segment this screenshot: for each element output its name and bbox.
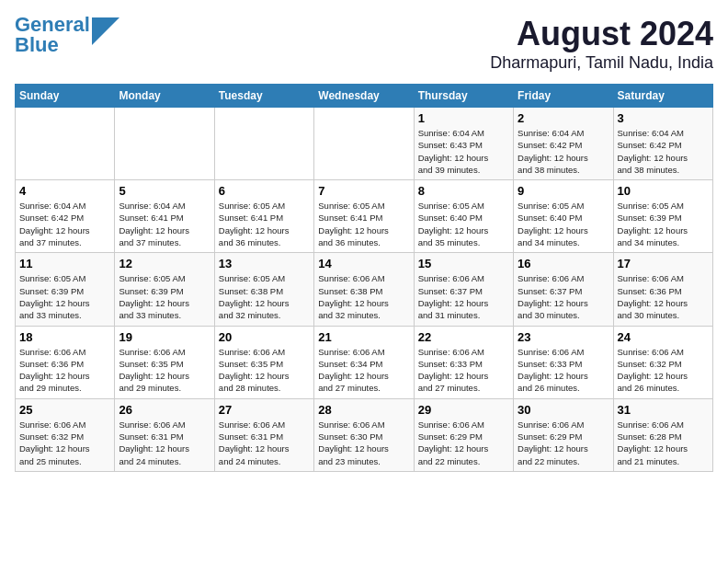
day-number: 28	[318, 403, 409, 417]
calendar-cell: 8Sunrise: 6:05 AM Sunset: 6:40 PM Daylig…	[414, 180, 513, 253]
day-number: 27	[219, 403, 310, 417]
calendar-cell: 3Sunrise: 6:04 AM Sunset: 6:42 PM Daylig…	[613, 108, 712, 180]
day-header-friday: Friday	[514, 85, 613, 108]
logo-text: GeneralBlue	[15, 15, 90, 55]
day-number: 12	[119, 257, 210, 270]
day-info: Sunrise: 6:06 AM Sunset: 6:34 PM Dayligh…	[318, 346, 409, 395]
day-info: Sunrise: 6:06 AM Sunset: 6:28 PM Dayligh…	[618, 419, 709, 467]
day-number: 23	[518, 330, 609, 344]
day-number: 10	[618, 184, 709, 198]
day-number: 22	[418, 330, 509, 344]
day-header-tuesday: Tuesday	[214, 85, 313, 108]
calendar-header-row: SundayMondayTuesdayWednesdayThursdayFrid…	[16, 85, 713, 108]
calendar-cell	[314, 108, 414, 180]
day-info: Sunrise: 6:04 AM Sunset: 6:42 PM Dayligh…	[618, 127, 709, 176]
logo-icon	[92, 17, 119, 45]
day-number: 31	[618, 403, 709, 417]
day-info: Sunrise: 6:06 AM Sunset: 6:38 PM Dayligh…	[318, 272, 409, 321]
calendar-cell: 6Sunrise: 6:05 AM Sunset: 6:41 PM Daylig…	[214, 180, 313, 253]
calendar-cell: 5Sunrise: 6:04 AM Sunset: 6:41 PM Daylig…	[115, 180, 214, 253]
day-number: 11	[19, 257, 110, 270]
day-info: Sunrise: 6:06 AM Sunset: 6:32 PM Dayligh…	[618, 346, 709, 395]
day-info: Sunrise: 6:06 AM Sunset: 6:36 PM Dayligh…	[19, 346, 110, 395]
day-info: Sunrise: 6:06 AM Sunset: 6:29 PM Dayligh…	[418, 419, 509, 467]
day-info: Sunrise: 6:05 AM Sunset: 6:38 PM Dayligh…	[219, 272, 310, 321]
calendar-cell: 22Sunrise: 6:06 AM Sunset: 6:33 PM Dayli…	[414, 326, 513, 398]
day-header-sunday: Sunday	[16, 85, 115, 108]
calendar-cell: 16Sunrise: 6:06 AM Sunset: 6:37 PM Dayli…	[514, 253, 613, 326]
day-info: Sunrise: 6:04 AM Sunset: 6:43 PM Dayligh…	[418, 127, 509, 176]
week-row-5: 25Sunrise: 6:06 AM Sunset: 6:32 PM Dayli…	[16, 398, 713, 471]
day-info: Sunrise: 6:05 AM Sunset: 6:40 PM Dayligh…	[518, 200, 609, 248]
day-info: Sunrise: 6:06 AM Sunset: 6:35 PM Dayligh…	[219, 346, 310, 395]
logo: GeneralBlue	[15, 15, 119, 55]
day-number: 15	[418, 257, 509, 270]
day-info: Sunrise: 6:05 AM Sunset: 6:39 PM Dayligh…	[119, 272, 210, 321]
day-number: 24	[618, 330, 709, 344]
day-info: Sunrise: 6:04 AM Sunset: 6:42 PM Dayligh…	[518, 127, 609, 176]
title-block: August 2024 Dharmapuri, Tamil Nadu, Indi…	[490, 15, 713, 73]
calendar-cell: 18Sunrise: 6:06 AM Sunset: 6:36 PM Dayli…	[16, 326, 115, 398]
calendar-cell: 21Sunrise: 6:06 AM Sunset: 6:34 PM Dayli…	[314, 326, 414, 398]
day-info: Sunrise: 6:05 AM Sunset: 6:41 PM Dayligh…	[318, 200, 409, 248]
calendar-cell: 13Sunrise: 6:05 AM Sunset: 6:38 PM Dayli…	[214, 253, 313, 326]
day-number: 25	[19, 403, 110, 417]
page-header: GeneralBlue August 2024 Dharmapuri, Tami…	[15, 15, 713, 73]
page-title: August 2024	[490, 15, 713, 53]
day-info: Sunrise: 6:05 AM Sunset: 6:40 PM Dayligh…	[418, 200, 509, 248]
day-info: Sunrise: 6:06 AM Sunset: 6:37 PM Dayligh…	[418, 272, 509, 321]
calendar-cell: 25Sunrise: 6:06 AM Sunset: 6:32 PM Dayli…	[16, 398, 115, 471]
day-info: Sunrise: 6:06 AM Sunset: 6:31 PM Dayligh…	[219, 419, 310, 467]
calendar-cell: 7Sunrise: 6:05 AM Sunset: 6:41 PM Daylig…	[314, 180, 414, 253]
week-row-4: 18Sunrise: 6:06 AM Sunset: 6:36 PM Dayli…	[16, 326, 713, 398]
day-info: Sunrise: 6:04 AM Sunset: 6:41 PM Dayligh…	[119, 200, 210, 248]
day-number: 13	[219, 257, 310, 270]
calendar-cell: 20Sunrise: 6:06 AM Sunset: 6:35 PM Dayli…	[214, 326, 313, 398]
calendar-table: SundayMondayTuesdayWednesdayThursdayFrid…	[15, 84, 713, 472]
calendar-cell: 26Sunrise: 6:06 AM Sunset: 6:31 PM Dayli…	[115, 398, 214, 471]
day-number: 1	[418, 111, 509, 125]
day-number: 29	[418, 403, 509, 417]
day-number: 5	[119, 184, 210, 198]
calendar-cell: 23Sunrise: 6:06 AM Sunset: 6:33 PM Dayli…	[514, 326, 613, 398]
calendar-cell	[16, 108, 115, 180]
calendar-cell: 30Sunrise: 6:06 AM Sunset: 6:29 PM Dayli…	[514, 398, 613, 471]
day-info: Sunrise: 6:06 AM Sunset: 6:30 PM Dayligh…	[318, 419, 409, 467]
calendar-cell: 11Sunrise: 6:05 AM Sunset: 6:39 PM Dayli…	[16, 253, 115, 326]
day-info: Sunrise: 6:04 AM Sunset: 6:42 PM Dayligh…	[19, 200, 110, 248]
calendar-cell: 10Sunrise: 6:05 AM Sunset: 6:39 PM Dayli…	[613, 180, 712, 253]
day-number: 18	[19, 330, 110, 344]
day-number: 14	[318, 257, 409, 270]
day-header-wednesday: Wednesday	[314, 85, 414, 108]
calendar-cell	[214, 108, 313, 180]
day-number: 26	[119, 403, 210, 417]
calendar-cell: 17Sunrise: 6:06 AM Sunset: 6:36 PM Dayli…	[613, 253, 712, 326]
day-header-thursday: Thursday	[414, 85, 513, 108]
day-info: Sunrise: 6:06 AM Sunset: 6:33 PM Dayligh…	[418, 346, 509, 395]
day-number: 6	[219, 184, 310, 198]
calendar-cell: 29Sunrise: 6:06 AM Sunset: 6:29 PM Dayli…	[414, 398, 513, 471]
svg-marker-0	[92, 17, 119, 45]
calendar-cell: 15Sunrise: 6:06 AM Sunset: 6:37 PM Dayli…	[414, 253, 513, 326]
day-info: Sunrise: 6:06 AM Sunset: 6:33 PM Dayligh…	[518, 346, 609, 395]
day-info: Sunrise: 6:06 AM Sunset: 6:35 PM Dayligh…	[119, 346, 210, 395]
day-info: Sunrise: 6:05 AM Sunset: 6:39 PM Dayligh…	[19, 272, 110, 321]
day-number: 2	[518, 111, 609, 125]
day-info: Sunrise: 6:05 AM Sunset: 6:39 PM Dayligh…	[618, 200, 709, 248]
day-info: Sunrise: 6:06 AM Sunset: 6:31 PM Dayligh…	[119, 419, 210, 467]
calendar-cell: 1Sunrise: 6:04 AM Sunset: 6:43 PM Daylig…	[414, 108, 513, 180]
week-row-3: 11Sunrise: 6:05 AM Sunset: 6:39 PM Dayli…	[16, 253, 713, 326]
calendar-cell: 27Sunrise: 6:06 AM Sunset: 6:31 PM Dayli…	[214, 398, 313, 471]
calendar-cell: 24Sunrise: 6:06 AM Sunset: 6:32 PM Dayli…	[613, 326, 712, 398]
day-number: 20	[219, 330, 310, 344]
day-number: 21	[318, 330, 409, 344]
day-number: 4	[19, 184, 110, 198]
day-header-monday: Monday	[115, 85, 214, 108]
day-number: 9	[518, 184, 609, 198]
calendar-cell: 2Sunrise: 6:04 AM Sunset: 6:42 PM Daylig…	[514, 108, 613, 180]
calendar-cell: 31Sunrise: 6:06 AM Sunset: 6:28 PM Dayli…	[613, 398, 712, 471]
calendar-cell: 28Sunrise: 6:06 AM Sunset: 6:30 PM Dayli…	[314, 398, 414, 471]
day-number: 17	[618, 257, 709, 270]
week-row-1: 1Sunrise: 6:04 AM Sunset: 6:43 PM Daylig…	[16, 108, 713, 180]
day-info: Sunrise: 6:06 AM Sunset: 6:32 PM Dayligh…	[19, 419, 110, 467]
